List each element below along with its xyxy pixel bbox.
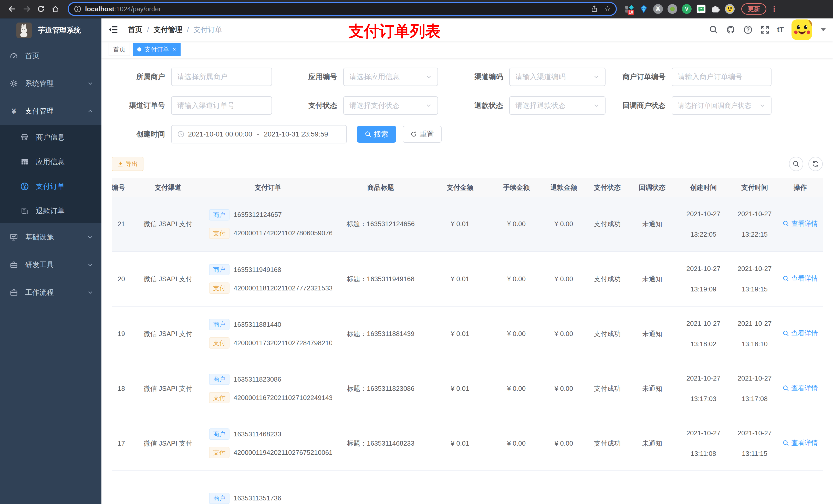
address-bar[interactable]: localhost:1024/pay/order ☆ xyxy=(68,2,617,16)
table-row: 21 微信 JSAPI 支付 商户1635312124657 支付4200001… xyxy=(112,197,823,251)
pay-order-cell: 商户1635311468233 支付4200001194202110276752… xyxy=(204,416,332,471)
sidebar-item-infra[interactable]: 基础设施 xyxy=(0,223,101,251)
product-title: 标题：1635311823086 xyxy=(332,361,429,416)
sidebar-item-pay-order[interactable]: 支付订单 xyxy=(0,174,101,199)
channel-code-label: 渠道编码 xyxy=(438,72,509,82)
sidebar-item-system[interactable]: 系统管理 xyxy=(0,70,101,97)
avatar-caret-icon[interactable] xyxy=(821,28,826,31)
view-detail-link[interactable]: 查看详情 xyxy=(783,274,818,283)
pay-channel: 微信 JSAPI 支付 xyxy=(132,306,204,361)
chevron-down-icon xyxy=(759,102,765,109)
sidebar-item-workflow[interactable]: 工作流程 xyxy=(0,279,101,306)
share-icon[interactable] xyxy=(590,5,598,13)
product-title: 标题：1635312124656 xyxy=(332,197,429,251)
fullscreen-icon[interactable] xyxy=(760,25,769,34)
view-detail-link[interactable]: 查看详情 xyxy=(783,384,818,392)
notify-status: 未通知 xyxy=(629,306,675,361)
document-copy-icon xyxy=(20,207,29,215)
create-time-label: 创建时间 xyxy=(112,129,171,139)
actions-cell: 查看详情 xyxy=(778,251,823,306)
font-size-icon[interactable]: tT xyxy=(777,26,784,34)
refund-amount: ¥ 0.00 xyxy=(542,416,586,471)
pay-time: 2021-10-2713:19:15 xyxy=(732,251,778,306)
sidebar-item-merchant-info[interactable]: 商户信息 xyxy=(0,125,101,149)
browser-reload-icon[interactable] xyxy=(34,2,48,16)
pay-amount: ¥ 0.01 xyxy=(429,251,491,306)
ext-blocks-icon[interactable]: 10 xyxy=(624,4,635,14)
refresh-button[interactable] xyxy=(808,157,823,171)
sidebar-item-dev-tools[interactable]: 研发工具 xyxy=(0,251,101,279)
range-start: 2021-10-01 00:00:00 xyxy=(188,130,252,138)
browser-back-icon[interactable] xyxy=(5,2,20,16)
app-logo[interactable]: 芋道管理系统 xyxy=(0,19,101,42)
ext-chat-icon[interactable] xyxy=(696,4,707,14)
store-icon xyxy=(20,133,29,141)
search-icon[interactable] xyxy=(709,25,718,34)
refund-status-select[interactable]: 请选择退款状态 xyxy=(509,96,605,115)
browser-home-icon[interactable] xyxy=(48,2,63,16)
toggle-search-button[interactable] xyxy=(789,157,803,171)
export-button[interactable]: 导出 xyxy=(112,157,143,171)
merchant-input[interactable] xyxy=(171,68,272,86)
tab-pay-order[interactable]: 支付订单 × xyxy=(133,43,181,56)
merchant-order-no: 1635311881440 xyxy=(234,321,281,329)
chevron-down-icon xyxy=(593,102,599,109)
order-id: 18 xyxy=(112,361,132,416)
create-time-range[interactable]: 2021-10-01 00:00:00 - 2021-10-31 23:59:5… xyxy=(171,125,347,143)
refund-status-label: 退款状态 xyxy=(438,101,509,111)
channel-code-select[interactable]: 请输入渠道编码 xyxy=(509,68,605,86)
notify-status-select[interactable]: 请选择订单回调商户状态 xyxy=(672,96,771,115)
breadcrumb-pay[interactable]: 支付管理 xyxy=(154,25,182,34)
ext-dot-icon[interactable] xyxy=(667,4,678,14)
reset-button[interactable]: 重置 xyxy=(403,126,442,143)
sidebar-item-pay[interactable]: ¥ 支付管理 xyxy=(0,97,101,125)
fee-amount: ¥ 0.00 xyxy=(491,416,542,471)
help-icon[interactable] xyxy=(743,25,753,34)
tab-home[interactable]: 首页 xyxy=(109,43,130,56)
notify-status: 未通知 xyxy=(629,197,675,251)
logo-image xyxy=(16,23,32,38)
view-detail-link[interactable]: 查看详情 xyxy=(783,438,818,448)
sidebar-item-refund-order[interactable]: 退款订单 xyxy=(0,199,101,223)
pay-tag: 支付 xyxy=(209,228,230,239)
sidebar-fold-icon[interactable] xyxy=(105,22,121,38)
search-button[interactable]: 搜索 xyxy=(357,126,396,143)
merchant-order-no-input[interactable] xyxy=(672,68,771,86)
sidebar-item-app-info[interactable]: 应用信息 xyxy=(0,149,101,174)
app-select[interactable]: 请选择应用信息 xyxy=(343,68,438,86)
url-text[interactable]: localhost:1024/pay/order xyxy=(85,5,585,13)
user-avatar[interactable] xyxy=(791,20,812,40)
chevron-down-icon xyxy=(426,74,432,80)
browser-menu-icon[interactable]: ⋮ xyxy=(770,5,778,13)
pay-time: 2021-10-2713:11:15 xyxy=(732,416,778,471)
merchant-order-no: 1635311823086 xyxy=(234,376,281,383)
chevron-down-icon xyxy=(593,74,599,80)
ext-command-icon[interactable]: ⌘ xyxy=(653,4,663,14)
pay-status: 支付成功 xyxy=(586,197,629,251)
browser-profile-avatar[interactable] xyxy=(724,4,735,14)
view-detail-link[interactable]: 查看详情 xyxy=(783,219,818,228)
view-detail-link[interactable]: 查看详情 xyxy=(783,329,818,338)
browser-forward-icon[interactable] xyxy=(20,2,34,16)
bookmark-star-icon[interactable]: ☆ xyxy=(604,5,611,13)
pay-order-cell: 商户1635311881440 支付4200001173202110272847… xyxy=(204,306,332,361)
app-title: 芋道管理系统 xyxy=(38,25,81,35)
github-icon[interactable] xyxy=(726,25,736,34)
ext-puzzle-icon[interactable] xyxy=(710,4,721,14)
ext-vue-icon[interactable]: V xyxy=(681,4,692,14)
close-icon[interactable]: × xyxy=(173,47,176,52)
update-button[interactable]: 更新 xyxy=(741,3,766,15)
ext-gem-icon[interactable] xyxy=(638,4,649,14)
create-time: 2021-10-2713:18:02 xyxy=(675,306,732,361)
breadcrumb-home[interactable]: 首页 xyxy=(128,25,142,34)
site-info-icon[interactable] xyxy=(74,5,81,13)
grid-icon xyxy=(20,158,29,166)
channel-order-no-input[interactable] xyxy=(171,96,272,115)
pay-status: 支付成功 xyxy=(586,416,629,471)
notify-status: 未通知 xyxy=(629,251,675,306)
merchant-order-no-label: 商户订单编号 xyxy=(605,72,672,82)
pay-status-select[interactable]: 请选择支付状态 xyxy=(343,96,438,115)
refund-amount: ¥ 0.00 xyxy=(542,197,586,251)
sidebar-item-home[interactable]: 首页 xyxy=(0,42,101,70)
fee-amount: ¥ 0.00 xyxy=(491,197,542,251)
